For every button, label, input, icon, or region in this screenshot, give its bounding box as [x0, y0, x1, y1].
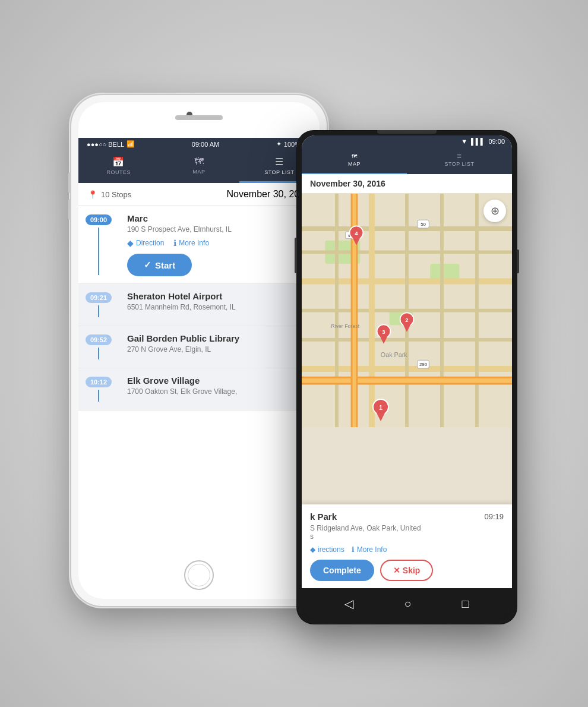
popup-address: S Ridgeland Ave, Oak Park, United s: [310, 524, 504, 541]
compass-button[interactable]: ⊕: [483, 200, 506, 222]
tab-map[interactable]: 🗺 MAP: [159, 150, 239, 183]
iphone-statusbar: ●●●○○ BELL 📶 09:00 AM ✦ 100% 🔋: [78, 138, 320, 150]
svg-marker-28: [376, 412, 385, 421]
android-time: 09:00: [488, 138, 505, 145]
stop-content-1: Sheraton Hotel Airport 6501 Mannheim Rd,…: [119, 284, 320, 326]
iphone-vol-down: [68, 199, 71, 220]
android-device: ▼ ▌▌▌ 09:00 🗺 MAP ☰ STOP LIST: [297, 131, 517, 624]
android-tab-map[interactable]: 🗺 MAP: [302, 147, 407, 174]
direction-icon: ◆: [127, 238, 134, 248]
popup-direction-link[interactable]: ◆ irections: [310, 545, 344, 554]
android-vol-button: [295, 238, 297, 273]
android-home-button[interactable]: ○: [404, 597, 411, 611]
time-badge-3: 10:12: [86, 377, 112, 387]
android-date: November 30, 2016: [310, 179, 385, 188]
skip-x-icon: ✕: [393, 566, 400, 575]
stop-name-3: Elk Grove Village: [127, 375, 311, 386]
iphone-screen: ●●●○○ BELL 📶 09:00 AM ✦ 100% 🔋 📅 ROUTES: [78, 138, 320, 551]
stop-item-1[interactable]: 09:21 Sheraton Hotel Airport 6501 Mannhe…: [78, 284, 320, 326]
compass-icon: ⊕: [491, 204, 500, 217]
android-back-button[interactable]: ◁: [344, 596, 353, 611]
direction-link[interactable]: ◆ Direction: [127, 238, 164, 248]
start-button[interactable]: ✓ Start: [127, 254, 192, 276]
stop-content-3: Elk Grove Village 1700 Oakton St, Elk Gr…: [119, 368, 320, 410]
map-pin-4[interactable]: 4: [348, 225, 365, 245]
stop-content-2: Gail Borden Public Library 270 N Grove A…: [119, 326, 320, 368]
stop-item-2[interactable]: 09:52 Gail Borden Public Library 270 N G…: [78, 326, 320, 368]
android-date-header: November 30, 2016: [302, 174, 512, 194]
map-pin-1[interactable]: 1: [371, 399, 390, 421]
start-label: Start: [155, 260, 175, 270]
svg-text:2: 2: [405, 317, 408, 323]
svg-text:4: 4: [355, 230, 358, 236]
svg-text:Oak Park: Oak Park: [381, 351, 408, 358]
iphone-nav-tabs: 📅 ROUTES 🗺 MAP ☰ STOP LIST: [78, 150, 320, 183]
tab-map-label: MAP: [192, 169, 205, 175]
stop-timeline-2: 09:52: [78, 326, 119, 368]
stop-list-header: 📍 10 Stops November 30, 2016: [78, 183, 320, 206]
stop-address-1: 6501 Mannheim Rd, Rosemont, IL: [127, 303, 311, 311]
stops-count-text: 10 Stops: [101, 190, 131, 199]
location-pin-icon: 📍: [88, 190, 97, 199]
map-pin-3[interactable]: 3: [375, 324, 392, 344]
svg-text:290: 290: [419, 362, 428, 367]
svg-marker-37: [352, 237, 361, 245]
direction-label: Direction: [136, 239, 164, 247]
stop-items-list: 09:00 Marc 190 S Prospect Ave, Elmhurst,…: [78, 206, 320, 551]
timeline-line-3: [98, 390, 99, 402]
popup-direction-icon: ◆: [310, 545, 315, 554]
stop-timeline-1: 09:21: [78, 284, 119, 326]
skip-button[interactable]: ✕ Skip: [380, 560, 434, 581]
tab-routes[interactable]: 📅 ROUTES: [78, 150, 159, 183]
tab-stoplist-label: STOP LIST: [264, 169, 294, 175]
popup-address-line1: S Ridgeland Ave, Oak Park, United: [310, 524, 504, 532]
tab-routes-label: ROUTES: [106, 169, 131, 175]
iphone-speaker: [175, 115, 223, 120]
popup-direction-label: irections: [318, 545, 344, 554]
stop-timeline-0: 09:00: [78, 206, 119, 283]
svg-text:1: 1: [379, 404, 382, 411]
android-power-button: [517, 250, 519, 273]
map-area[interactable]: Oak Park River Forest 290 50 43: [302, 194, 512, 588]
checkmark-icon: ✓: [144, 260, 151, 270]
popup-more-info-link[interactable]: ℹ More Info: [352, 545, 387, 554]
map-icon: 🗺: [194, 156, 204, 167]
svg-marker-31: [403, 324, 411, 332]
popup-name: k Park: [310, 512, 337, 522]
svg-text:River Forest: River Forest: [331, 323, 360, 329]
android-statusbar: ▼ ▌▌▌ 09:00: [302, 135, 512, 147]
android-tab-stoplist[interactable]: ☰ STOP LIST: [407, 147, 512, 174]
android-stoplist-icon: ☰: [457, 153, 462, 159]
stop-address-2: 270 N Grove Ave, Elgin, IL: [127, 345, 311, 354]
stop-timeline-3: 10:12: [78, 368, 119, 410]
android-signal-icon: ▌▌▌: [471, 138, 485, 145]
timeline-line-2: [98, 348, 99, 359]
android-nav-tabs: 🗺 MAP ☰ STOP LIST: [302, 147, 512, 174]
stops-count: 📍 10 Stops: [88, 190, 131, 199]
more-info-link[interactable]: ℹ More Info: [173, 238, 209, 248]
stop-name-1: Sheraton Hotel Airport: [127, 291, 311, 301]
popup-time: 09:19: [484, 512, 504, 521]
iphone-home-button[interactable]: [184, 560, 214, 590]
routes-icon: 📅: [112, 156, 125, 168]
time-badge-2: 09:52: [86, 334, 112, 345]
android-tab-map-label: MAP: [348, 161, 361, 167]
stoplist-icon: ☰: [275, 156, 284, 168]
stop-actions-0: ◆ Direction ℹ More Info: [127, 238, 311, 248]
popup-header: k Park 09:19: [310, 512, 504, 522]
svg-text:50: 50: [421, 222, 426, 227]
stop-item-3[interactable]: 10:12 Elk Grove Village 1700 Oakton St, …: [78, 368, 320, 411]
android-wifi-icon: ▼: [461, 138, 467, 145]
map-popup: k Park 09:19 S Ridgeland Ave, Oak Park, …: [302, 504, 512, 588]
android-navbar: ◁ ○ □: [302, 588, 512, 619]
complete-button[interactable]: Complete: [310, 560, 374, 581]
stop-name-2: Gail Borden Public Library: [127, 333, 311, 343]
android-recents-button[interactable]: □: [461, 597, 469, 611]
android-screen: ▼ ▌▌▌ 09:00 🗺 MAP ☰ STOP LIST: [302, 135, 512, 588]
iphone-vol-up: [68, 172, 71, 193]
map-svg: Oak Park River Forest 290 50 43: [302, 194, 512, 427]
time-badge-0: 09:00: [86, 214, 112, 225]
map-pin-2[interactable]: 2: [399, 312, 415, 332]
time-badge-1: 09:21: [86, 292, 112, 303]
android-map-icon: 🗺: [352, 153, 358, 159]
